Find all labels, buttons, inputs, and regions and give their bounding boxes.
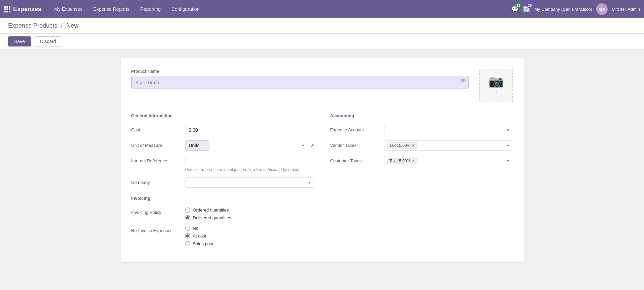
reinvoice-salesprice-option[interactable]: Sales price	[185, 241, 314, 246]
customer-tax-tag: Tax 15.00% ✕	[387, 158, 418, 164]
reinvoice-radio-group: No At cost Sales price	[185, 226, 314, 246]
app-name: Expenses	[13, 6, 41, 13]
breadcrumb-parent[interactable]: Expense Products	[8, 22, 57, 29]
unit-select-wrapper: Units ▼ ↗	[185, 140, 314, 151]
expense-account-select[interactable]	[384, 125, 513, 135]
avatar[interactable]: MA	[596, 3, 608, 15]
general-info-column: General Information Cost Unit of Measure	[131, 113, 314, 252]
company-wrapper: ▼	[185, 178, 314, 188]
reinvoice-options: No At cost Sales price	[185, 226, 314, 246]
activity-badge: 29	[527, 3, 533, 8]
reinvoice-no-label: No	[193, 226, 199, 231]
camera-icon: 📷	[488, 74, 504, 88]
activity-button[interactable]: 🔄 29	[523, 5, 530, 13]
customer-taxes-arrow: ▼	[506, 159, 510, 163]
breadcrumb-current: New	[66, 22, 78, 29]
customer-taxes-wrapper: Tax 15.00% ✕ ▼	[384, 156, 513, 166]
reinvoice-no-option[interactable]: No	[185, 226, 314, 231]
invoicing-policy-label: Invoicing Policy	[131, 207, 185, 215]
vendor-taxes-field[interactable]: Tax 15.00% ✕ ▼	[384, 140, 513, 151]
reinvoice-atcost-radio[interactable]	[185, 233, 190, 238]
topnav: Expenses My Expenses Expense Reports Rep…	[0, 0, 644, 18]
reinvoice-row: Re-Invoice Expenses No At cost	[131, 226, 314, 246]
customer-taxes-row: Customer Taxes Tax 15.00% ✕ ▼	[330, 156, 513, 166]
page-header: Expense Products / New	[0, 18, 644, 34]
invoicing-policy-row: Invoicing Policy Ordered quantities Deli…	[131, 207, 314, 220]
save-button[interactable]: Save	[8, 36, 31, 46]
accounting-column: Accounting Expense Account ▼	[330, 113, 513, 252]
reinvoice-salesprice-label: Sales price	[193, 241, 214, 246]
product-name-label: Product Name	[131, 69, 469, 74]
nav-my-expenses[interactable]: My Expenses	[49, 4, 87, 14]
invoicing-ordered-label: Ordered quantities	[193, 207, 229, 213]
company-row: Company ▼	[131, 178, 314, 188]
vendor-taxes-wrapper: Tax 15.00% ✕ ▼	[384, 140, 513, 151]
breadcrumb-separator: /	[61, 22, 63, 29]
expense-account-wrapper: ▼	[384, 125, 513, 135]
invoicing-ordered-option[interactable]: Ordered quantities	[185, 207, 314, 213]
form-columns: General Information Cost Unit of Measure	[131, 113, 513, 252]
app-logo[interactable]: Expenses	[4, 6, 41, 13]
external-link-icon[interactable]: ↗	[310, 142, 314, 149]
company-select-wrapper: ▼	[185, 178, 314, 188]
fr-badge: FR	[461, 78, 466, 83]
company-label: Company	[131, 178, 185, 185]
cost-row: Cost	[131, 125, 314, 135]
customer-taxes-label: Customer Taxes	[330, 156, 384, 163]
invoicing-policy-radio-group: Ordered quantities Delivered quantities	[185, 207, 314, 220]
nav-links: My Expenses Expense Reports Reporting Co…	[49, 4, 509, 14]
invoicing-delivered-radio[interactable]	[185, 215, 190, 220]
unit-select-arrow: ▼	[301, 143, 305, 148]
internal-reference-hint: Use this reference as a subject prefix w…	[185, 167, 314, 172]
unit-of-measure-label: Unit of Measure	[131, 140, 185, 148]
vendor-tax-remove[interactable]: ✕	[412, 143, 415, 148]
nav-reporting[interactable]: Reporting	[136, 4, 166, 14]
vendor-tax-tag: Tax 15.00% ✕	[387, 142, 418, 149]
customer-tax-remove[interactable]: ✕	[412, 159, 415, 163]
user-name: Mitchell Admin	[612, 7, 640, 12]
customer-taxes-field[interactable]: Tax 15.00% ✕ ▼	[384, 156, 513, 166]
general-section-title: General Information	[131, 113, 314, 120]
nav-configuration[interactable]: Configuration	[167, 4, 204, 14]
invoicing-section: Invoicing Invoicing Policy Ordered quant…	[131, 196, 314, 246]
product-name-section: Product Name FR 📷 ＋	[131, 69, 513, 102]
messages-button[interactable]: 💬 13	[511, 5, 519, 13]
invoicing-delivered-option[interactable]: Delivered quantities	[185, 215, 314, 220]
discard-button[interactable]: Discard	[34, 36, 62, 46]
invoicing-delivered-label: Delivered quantities	[193, 215, 231, 220]
internal-reference-row: Internal Reference Use this reference as…	[131, 156, 314, 172]
internal-reference-input[interactable]	[185, 156, 314, 166]
vendor-tax-label: Tax 15.00%	[389, 143, 411, 148]
internal-reference-wrapper: Use this reference as a subject prefix w…	[185, 156, 314, 172]
vendor-taxes-arrow: ▼	[506, 143, 510, 148]
reinvoice-salesprice-radio[interactable]	[185, 241, 190, 246]
company-select[interactable]	[185, 178, 314, 188]
company-name: My Company (San Francisco)	[534, 7, 592, 12]
unit-of-measure-select[interactable]: Units	[185, 140, 209, 151]
breadcrumb: Expense Products / New	[8, 22, 636, 29]
add-photo-icon: ＋	[493, 88, 500, 97]
cost-label: Cost	[131, 125, 185, 132]
reinvoice-atcost-label: At cost	[193, 233, 206, 238]
grid-icon	[4, 6, 10, 12]
vendor-taxes-row: Vendor Taxes Tax 15.00% ✕ ▼	[330, 140, 513, 151]
reinvoice-no-radio[interactable]	[185, 226, 190, 231]
product-name-field: Product Name FR	[131, 69, 469, 89]
unit-of-measure-wrapper: Units ▼ ↗	[185, 140, 314, 151]
cost-input[interactable]	[185, 125, 314, 135]
cost-value-wrapper	[185, 125, 314, 135]
reinvoice-atcost-option[interactable]: At cost	[185, 233, 314, 238]
toolbar: Save Discard	[0, 34, 644, 50]
topnav-right: 💬 13 🔄 29 My Company (San Francisco) MA …	[511, 3, 640, 15]
nav-expense-reports[interactable]: Expense Reports	[89, 4, 134, 14]
invoicing-ordered-radio[interactable]	[185, 207, 190, 213]
reinvoice-label: Re-Invoice Expenses	[131, 226, 185, 233]
product-name-input[interactable]	[131, 76, 469, 89]
vendor-taxes-label: Vendor Taxes	[330, 140, 384, 148]
customer-tax-label: Tax 15.00%	[389, 159, 411, 163]
content-area: Product Name FR 📷 ＋ General Information …	[0, 50, 644, 290]
photo-upload[interactable]: 📷 ＋	[479, 69, 513, 102]
form-card: Product Name FR 📷 ＋ General Information …	[120, 58, 524, 263]
invoicing-section-title: Invoicing	[131, 196, 314, 202]
messages-badge: 13	[515, 3, 521, 8]
